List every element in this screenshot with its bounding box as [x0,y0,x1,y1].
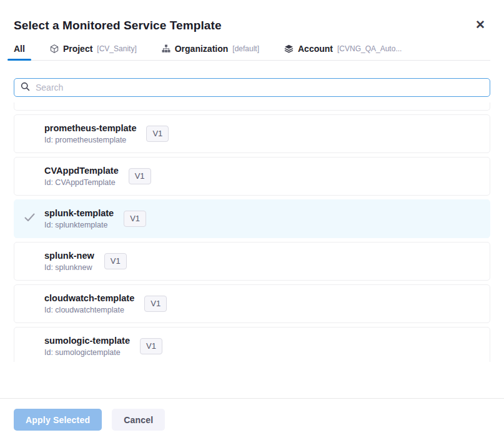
template-id: Id: splunknew [44,263,94,272]
version-badge: V1 [124,211,146,227]
list-item[interactable]: splunk-new Id: splunknew V1 [14,242,490,281]
modal-footer: Apply Selected Cancel [0,399,504,441]
version-badge: V1 [104,253,127,269]
list-item-partial[interactable] [14,102,490,111]
search-input[interactable] [36,82,483,92]
tab-all[interactable]: All [7,44,31,60]
version-badge: V1 [146,126,169,142]
template-name: CVAppdTemplate [44,166,119,176]
select-template-modal: Select a Monitored Service Template ✕ Al… [0,0,504,445]
list-item[interactable]: cloudwatch-template Id: cloudwatchtempla… [14,284,490,323]
tab-scope: [default] [232,44,259,53]
search-row [14,78,490,97]
template-id: Id: CVAppdTemplate [44,178,119,187]
tab-label: Organization [175,44,229,54]
template-name: cloudwatch-template [44,293,134,303]
tab-bar: All Project [CV_Sanity] Organization [de… [7,44,490,61]
version-badge: V1 [129,168,151,184]
tab-project[interactable]: Project [CV_Sanity] [44,44,143,60]
checkmark-icon [24,213,35,224]
cube-icon [50,44,59,53]
list-item[interactable]: sumologic-template Id: sumologictemplate… [14,327,490,362]
template-name: prometheus-template [44,123,136,133]
tab-scope: [CVNG_QA_Auto... [337,44,402,53]
tab-account[interactable]: Account [CVNG_QA_Auto... [278,44,408,60]
search-box[interactable] [14,78,490,97]
template-id: Id: prometheustemplate [44,136,136,144]
search-icon [21,82,30,94]
template-id: Id: sumologictemplate [44,348,130,357]
layers-icon [284,44,294,53]
tab-organization[interactable]: Organization [default] [156,44,265,60]
sitemap-icon [162,44,170,53]
modal-title: Select a Monitored Service Template [14,19,222,32]
list-item[interactable]: prometheus-template Id: prometheustempla… [14,114,490,153]
apply-selected-button[interactable]: Apply Selected [14,409,102,431]
list-item[interactable]: CVAppdTemplate Id: CVAppdTemplate V1 [14,157,490,196]
list-item[interactable]: splunk-template Id: splunktemplate V1 [14,199,490,238]
tab-label: Account [298,44,333,54]
template-id: Id: splunktemplate [44,221,114,229]
tab-scope: [CV_Sanity] [97,44,136,53]
cancel-button[interactable]: Cancel [112,409,165,431]
version-badge: V1 [144,296,167,312]
tab-label: All [14,44,25,54]
template-name: splunk-template [44,208,114,218]
template-name: sumologic-template [44,336,130,346]
version-badge: V1 [140,338,162,354]
template-name: splunk-new [44,251,94,261]
template-list[interactable]: prometheus-template Id: prometheustempla… [14,102,490,362]
modal-header: Select a Monitored Service Template ✕ [0,0,504,32]
tab-label: Project [63,44,92,54]
template-id: Id: cloudwatchtemplate [44,306,134,314]
close-icon[interactable]: ✕ [473,19,488,31]
